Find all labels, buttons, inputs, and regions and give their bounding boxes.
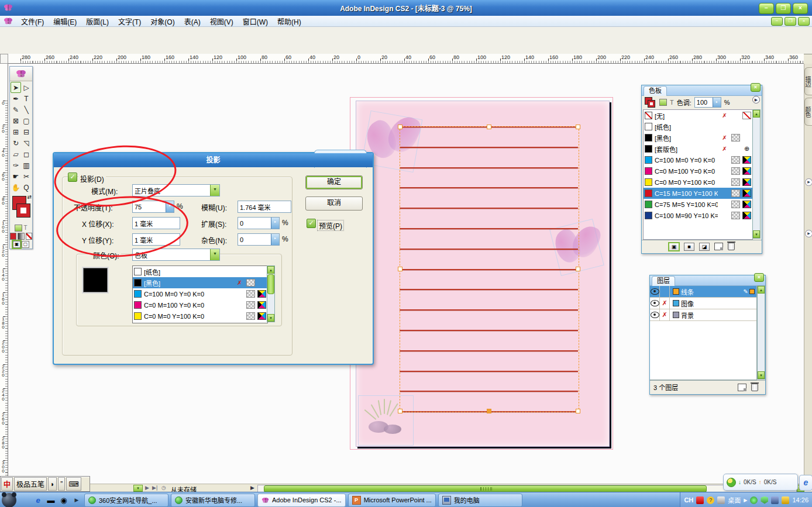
noise-field[interactable]: 0▸ [238,233,280,246]
menu-file[interactable]: 文件(F) [16,16,49,27]
dialog-swatch-row-3[interactable]: C=0 M=100 Y=0 K=0 [133,299,267,311]
tray-warning-icon[interactable] [782,496,789,504]
dialog-swatch-row-1[interactable]: [黑色]✗ [133,277,267,288]
selection-handle-top-left[interactable] [398,125,402,129]
selection-handle-top-center[interactable] [487,125,491,129]
selection-handle-top-right[interactable] [576,125,580,129]
menu-object[interactable]: 对象(O) [146,16,179,27]
formatting-container-icon[interactable] [15,225,22,232]
scissors-tool[interactable]: ✂ [21,171,32,182]
panel-swatch-row-1[interactable]: [纸色] [644,121,752,132]
menu-window[interactable]: 窗口(W) [238,16,273,27]
fill-stroke-proxy[interactable]: ⇄ [10,194,32,224]
quicklaunch-show-desktop-icon[interactable]: ▬ [46,495,56,505]
scale-tool[interactable]: ◹ [21,137,32,149]
mode-dropdown[interactable]: ▼ [210,185,219,196]
panel-swatch-row-3[interactable]: [套版色]✗⊕ [644,143,752,154]
apply-none-button[interactable] [26,233,32,240]
scroll-down-arrow[interactable]: ▼ [267,314,274,322]
layers-list[interactable]: 线条✎✗图像✗背景 [650,286,757,380]
swatches-panel-title-bar[interactable]: 色板 × ▶ [642,85,762,96]
panel-swatch-row-5[interactable]: C=0 M=100 Y=0 K=0 [644,165,752,177]
delete-swatch-button[interactable] [728,243,735,250]
swap-fill-stroke-icon[interactable]: ⇄ [27,194,32,200]
next-page-icon[interactable]: ▶ [145,485,149,491]
dialog-swatch-list[interactable]: [纸色][黑色]✗C=100 M=0 Y=0 K=0C=0 M=100 Y=0 … [132,265,268,323]
layer-row-0[interactable]: 线条✎ [650,286,756,298]
tray-lang-indicator[interactable]: CH [684,496,693,503]
swatches-scroll-up[interactable]: ▲ [753,110,760,118]
dialog-swatch-row-0[interactable]: [纸色] [133,266,267,277]
ime-name-button[interactable]: 极品五笔 [14,477,47,491]
ime-keyboard-icon[interactable]: ⌨ [66,477,81,491]
tray-desktop-toolbar[interactable]: 桌面 [728,495,741,505]
ruler-origin-box[interactable] [0,54,8,64]
selection-handle-bottom-right[interactable] [576,409,580,413]
button-tool[interactable]: ☛ [11,171,21,182]
dock-expand-arrow-2[interactable]: ▶ [805,230,812,237]
panel-swatch-row-6[interactable]: C=0 M=0 Y=100 K=0 [644,177,752,188]
menu-table[interactable]: 表(A) [180,16,205,27]
apply-color-button[interactable] [10,233,16,240]
noise-stepper[interactable]: ▸ [271,234,279,245]
show-all-swatches-button[interactable]: ▣ [669,243,679,251]
panel-fill-stroke-proxy[interactable] [645,97,656,108]
layer-lock-toggle[interactable] [660,286,670,297]
frame-tool[interactable]: ⊠ [11,115,21,126]
show-gradient-swatches-button[interactable]: ◪ [699,243,710,251]
cancel-button[interactable]: 取消 [305,196,363,211]
swatches-list[interactable]: [无]✗[纸色][黑色]✗[套版色]✗⊕C=100 M=0 Y=0 K=0C=0… [643,109,753,240]
tray-printer-icon[interactable] [717,496,725,504]
grid-tool[interactable]: ⊟ [21,126,32,137]
layer-lock-toggle[interactable]: ✗ [660,309,670,320]
horizontal-ruler[interactable]: 2802602402202001801601401201008060402002… [8,54,804,64]
container-format-icon[interactable] [659,99,667,106]
tray-help-icon[interactable]: ? [707,496,714,504]
rectangle-tool[interactable]: ▢ [21,115,32,126]
dialog-swatch-row-2[interactable]: C=100 M=0 Y=0 K=0 [133,288,267,299]
spread-stepper[interactable]: ▸ [271,218,279,229]
layer-visibility-toggle[interactable] [650,309,660,320]
status-expand-arrow[interactable]: ▶ [250,485,254,491]
ime-lang-icon[interactable]: 中 [1,477,13,491]
net-speed-widget[interactable]: ↓ 0K/S ↑ 0K/S [723,474,798,491]
panel-swatch-row-4[interactable]: C=100 M=0 Y=0 K=0 [644,154,752,165]
menu-view[interactable]: 视图(V) [205,16,238,27]
blur-field[interactable]: 1.764 毫米 [238,201,291,213]
swatches-scrollbar[interactable]: ▲ ▼ [752,109,761,239]
ime-punct-icon[interactable]: ” [58,477,65,491]
panel-swatch-row-8[interactable]: C=75 M=5 Y=100 K=0 [644,199,752,210]
taskbar-task-0[interactable]: 360安全网址导航_... [84,494,168,507]
selection-handle-bottom-center[interactable] [487,409,491,413]
new-layer-button[interactable] [738,384,746,391]
ok-button[interactable]: 确定 [305,175,363,189]
layers-scrollbar[interactable]: ▲ ▼ [757,285,765,380]
spread-field[interactable]: 0▸ [238,217,280,229]
text-format-icon[interactable]: T [670,99,674,106]
ie-launcher-icon[interactable]: e [799,475,812,491]
quicklaunch-ie-icon[interactable]: e [33,495,43,505]
quicklaunch-expand-icon[interactable]: ▶ [71,495,82,505]
scroll-up-arrow[interactable]: ▲ [267,266,274,274]
ime-fullhalf-icon[interactable]: ◗ [48,477,57,491]
swatches-scroll-down[interactable]: ▼ [753,230,760,238]
taskbar-task-3[interactable]: PMicrosoft PowerPoint ... [348,494,436,507]
start-button[interactable] [2,493,16,507]
pencil-tool[interactable]: ✎ [11,104,21,115]
normal-view-button[interactable]: ▣ [13,241,20,248]
menu-layout[interactable]: 版面(L) [81,16,113,27]
panel-swatch-row-2[interactable]: [黑色]✗ [644,132,752,143]
scroll-thumb[interactable] [267,274,274,294]
vertical-ruler[interactable]: 0204060801001201401601802002202402602803… [0,64,8,484]
layers-panel-title-bar[interactable]: 图层 × ▶ [650,275,765,286]
taskbar-task-1[interactable]: 安徽新华电脑专修... [171,494,255,507]
preview-checkbox[interactable]: ✓ [307,219,316,228]
eyedropper-tool[interactable]: ✑ [11,160,21,171]
preview-view-button[interactable]: ▢ [22,241,29,248]
line-tool[interactable]: ╲ [21,104,32,115]
doc-close-button[interactable]: × [798,17,810,26]
menu-edit[interactable]: 编辑(E) [49,16,81,27]
360-icon[interactable] [727,478,736,487]
shear-tool[interactable]: ▱ [11,149,21,160]
delete-layer-button[interactable] [751,384,758,391]
